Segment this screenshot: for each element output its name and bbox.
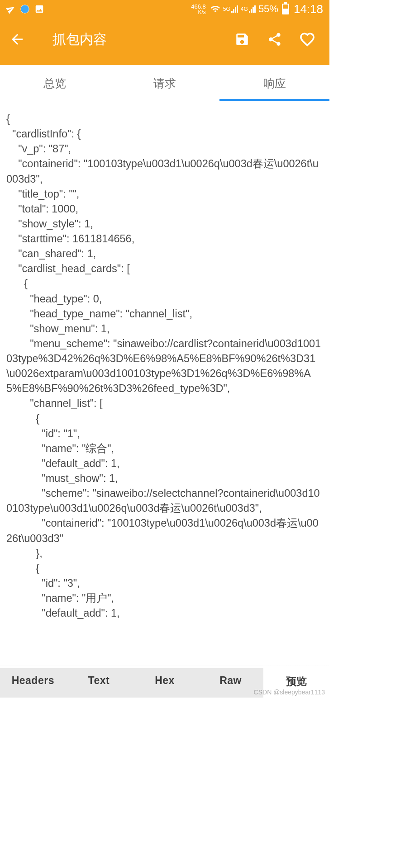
- response-body[interactable]: { "cardlistInfo": { "v_p": "87", "contai…: [0, 101, 329, 665]
- battery-pct: 55%: [258, 3, 278, 15]
- speed-value: 466.8: [191, 4, 206, 9]
- network-speed: 466.8 K/s: [191, 4, 206, 15]
- signal-4g: 4G: [241, 5, 256, 13]
- battery-icon: [282, 4, 289, 14]
- tab-overview[interactable]: 总览: [0, 65, 110, 101]
- tab-response[interactable]: 响应: [219, 65, 329, 101]
- share-icon[interactable]: [267, 32, 282, 47]
- speed-unit: K/s: [191, 9, 206, 15]
- status-right: 466.8 K/s 5G 4G 55% 14:18: [191, 2, 323, 16]
- status-left: [6, 4, 44, 14]
- wifi-icon: [210, 4, 220, 14]
- gallery-icon: [34, 4, 44, 14]
- clock: 14:18: [294, 2, 323, 16]
- btab-text[interactable]: Text: [66, 665, 132, 698]
- btab-hex[interactable]: Hex: [132, 665, 198, 698]
- app-icon: [20, 4, 30, 14]
- content-fade: [0, 657, 329, 668]
- tab-request[interactable]: 请求: [110, 65, 220, 101]
- favorite-icon[interactable]: [300, 32, 315, 47]
- status-bar: 466.8 K/s 5G 4G 55% 14:18: [0, 0, 329, 18]
- watermark: CSDN @sleepybear1113: [254, 689, 325, 696]
- location-icon: [5, 3, 17, 15]
- back-icon[interactable]: [9, 31, 25, 47]
- main-tabs: 总览 请求 响应: [0, 65, 329, 101]
- app-header: 抓包内容: [0, 18, 329, 65]
- header-actions: [234, 32, 315, 47]
- btab-headers[interactable]: Headers: [0, 665, 66, 698]
- page-title: 抓包内容: [52, 30, 234, 49]
- save-icon[interactable]: [234, 32, 250, 47]
- svg-point-0: [21, 5, 29, 13]
- signal-5g: 5G: [223, 5, 238, 13]
